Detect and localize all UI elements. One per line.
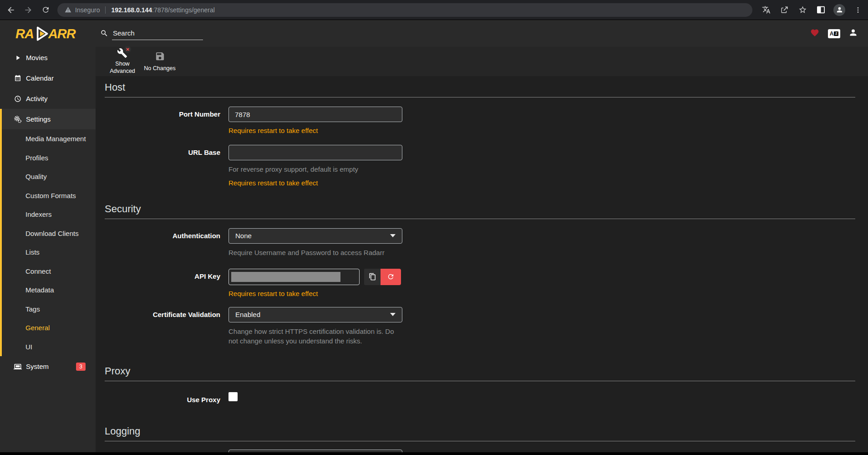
radarr-app: RA ARR Movies Calendar [0,20,868,452]
browser-actions [761,4,863,16]
topbar-actions: AZ [810,28,858,39]
browser-profile-avatar[interactable] [833,4,845,16]
settings-nav-group: Settings Media Management Profiles Quali… [0,109,96,356]
sidebar-item-label: UI [25,343,32,351]
sidebar-item-label: Download Clients [25,230,79,237]
laptop-icon [14,363,22,371]
no-changes-label: No Changes [144,65,176,72]
url-base-helper: For reverse proxy support, default is em… [228,164,402,174]
url-base-input[interactable] [228,145,402,160]
user-icon[interactable] [848,28,858,39]
sidebar-item-custom-formats[interactable]: Custom Formats [2,186,96,205]
search-input[interactable] [112,27,203,40]
api-key-input[interactable] [228,269,360,285]
authentication-value: None [235,232,252,240]
radarr-settings-general-page: Inseguro 192.168.0.144 :7878/settings/ge… [0,0,868,455]
host-section-title: Host [105,82,855,97]
sidebar-item-general[interactable]: General [2,318,96,337]
settings-toolbar: ✕ Show Advanced No Changes [96,47,868,76]
url-base-restart-warning: Requires restart to take effect [228,179,402,187]
url-base-label: URL Base [105,145,228,187]
authentication-select[interactable]: None [228,228,402,244]
sidebar-item-tags[interactable]: Tags [2,300,96,319]
sidebar-item-label: Connect [25,267,51,275]
app-topbar: AZ [96,20,868,47]
authentication-row: Authentication None Require Username and… [105,228,855,258]
security-section-title: Security [105,203,855,219]
window-bottom-edge [0,452,868,455]
play-icon [14,54,22,61]
sidebar-item-label: Custom Formats [25,192,76,199]
sidebar-item-metadata[interactable]: Metadata [2,281,96,300]
certificate-validation-value: Enabled [235,311,260,318]
logging-section-title: Logging [105,425,855,441]
sidebar-item-calendar[interactable]: Calendar [0,68,96,88]
reload-icon[interactable] [40,5,51,15]
play-logo-icon [31,24,51,43]
address-path: :7878/settings/general [152,6,215,14]
sidebar-item-connect[interactable]: Connect [2,262,96,281]
chevron-down-icon [390,234,396,237]
proxy-section-title: Proxy [105,365,855,381]
sidebar-item-activity[interactable]: Activity [0,88,96,109]
donate-heart-icon[interactable] [810,28,820,39]
api-key-restart-warning: Requires restart to take effect [228,290,402,297]
browser-menu-icon[interactable] [853,5,863,15]
radarr-logo[interactable]: RA ARR [0,20,96,47]
sidebar-item-label: Activity [26,95,48,102]
api-key-row: API Key Re [105,269,855,297]
port-number-row: Port Number Requires restart to take eff… [105,107,855,134]
translate-icon[interactable]: AZ [828,29,840,38]
sidebar-item-ui[interactable]: UI [2,337,96,357]
logo-text-right: ARR [48,26,76,41]
sidebar-item-profiles[interactable]: Profiles [2,148,96,168]
system-health-badge: 3 [76,363,86,371]
api-key-redacted-value [231,272,340,282]
search-wrap [100,27,203,40]
sidebar-item-label: Tags [25,305,40,313]
port-number-label: Port Number [105,107,228,134]
certificate-validation-helper: Change how strict HTTPS certification va… [228,327,402,347]
side-panel-icon[interactable] [815,5,826,15]
translate-page-icon[interactable] [761,5,772,15]
sidebar-item-quality[interactable]: Quality [2,167,96,186]
sidebar-item-label: System [26,363,49,370]
use-proxy-label: Use Proxy [105,392,228,404]
address-bar[interactable]: Inseguro 192.168.0.144 :7878/settings/ge… [57,3,752,17]
address-divider [105,6,106,14]
sidebar-item-system[interactable]: System 3 [0,356,96,377]
sidebar-item-label: Media Management [25,135,86,143]
sidebar-item-label: Metadata [25,286,54,294]
sidebar-item-label: Calendar [26,74,54,82]
api-key-label: API Key [105,269,228,297]
regenerate-api-key-button[interactable] [381,269,401,285]
sidebar-item-label: Settings [26,115,51,123]
port-number-input[interactable] [228,107,402,122]
url-base-row: URL Base For reverse proxy support, defa… [105,145,855,187]
bookmark-star-icon[interactable] [797,5,808,15]
back-icon[interactable] [5,5,16,15]
share-icon[interactable] [779,5,790,15]
settings-content: Host Port Number Requires restart to tak… [96,76,868,452]
copy-api-key-button[interactable] [364,269,381,285]
sidebar-item-settings[interactable]: Settings [2,109,96,129]
not-secure-warning-icon[interactable] [65,6,71,13]
forward-icon[interactable] [23,5,34,15]
advanced-off-x-icon: ✕ [124,46,131,53]
address-host: 192.168.0.144 [111,6,152,14]
certificate-validation-select[interactable]: Enabled [228,307,402,322]
sidebar-item-media-management[interactable]: Media Management [2,129,96,148]
sidebar-item-lists[interactable]: Lists [2,243,96,262]
clock-icon [14,95,22,102]
main-area: AZ ✕ Show Advanced [96,20,868,452]
sidebar-item-download-clients[interactable]: Download Clients [2,224,96,243]
authentication-helper: Require Username and Password to access … [228,248,402,258]
save-changes-button[interactable]: No Changes [144,51,176,72]
sidebar-item-label: Profiles [25,154,48,162]
sidebar-item-indexers[interactable]: Indexers [2,205,96,224]
calendar-icon [14,75,22,82]
show-advanced-button[interactable]: ✕ Show Advanced [107,48,138,75]
use-proxy-checkbox[interactable] [228,392,238,401]
sidebar-item-movies[interactable]: Movies [0,47,96,68]
certificate-validation-row: Certificate Validation Enabled Change ho… [105,307,855,347]
